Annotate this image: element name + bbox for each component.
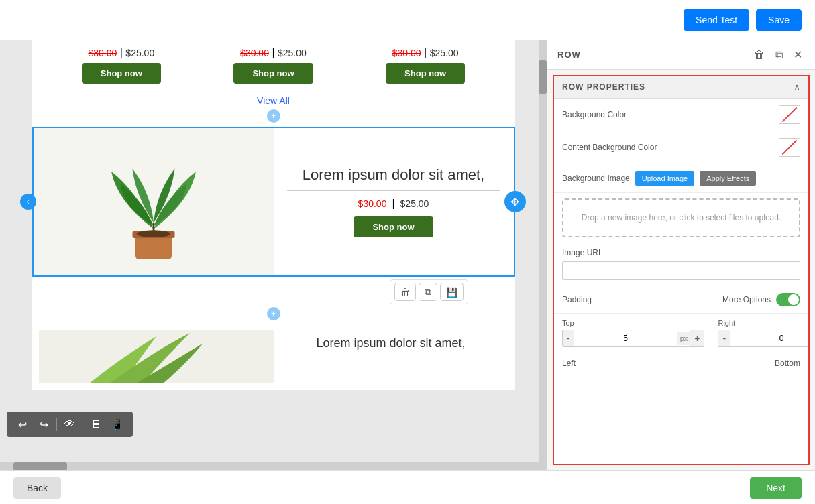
content-bg-color-label: Content Background Color (562, 143, 657, 152)
featured-shop-button[interactable]: Shop now (354, 216, 433, 237)
canvas-area: $30.00 | $25.00 Shop now $30.00 | $25.00 (0, 40, 547, 470)
move-icon: ✥ (510, 196, 519, 208)
panel-close-button[interactable]: ✕ (791, 47, 805, 62)
toolbar-divider-1 (56, 418, 57, 431)
panel-delete-button[interactable]: 🗑 (751, 47, 767, 62)
next-row-image (39, 330, 274, 383)
send-test-button[interactable]: Send Test (684, 9, 749, 31)
featured-price-separator: | (392, 198, 394, 210)
properties-section-title: ROW PROPERTIES (562, 82, 645, 92)
canvas-scrollbar[interactable] (539, 40, 547, 470)
product-2-price: $30.00 | $25.00 (240, 47, 307, 59)
no-color-indicator (782, 107, 798, 123)
padding-right-value[interactable] (730, 331, 810, 346)
add-row-button-top[interactable]: + (267, 109, 280, 123)
product-3-shop-button[interactable]: Shop now (386, 63, 465, 84)
content-background-color-row: Content Background Color (554, 131, 808, 164)
product-item-2: $30.00 | $25.00 Shop now (233, 47, 313, 84)
row-properties-panel: ROW PROPERTIES ∧ Background Color Conten… (553, 75, 810, 465)
collapse-icon: ∧ (794, 82, 800, 92)
preview-button[interactable]: 👁 (61, 416, 78, 433)
image-url-section: Image URL (554, 243, 808, 286)
padding-left-bottom-row: Left Bottom (554, 353, 808, 373)
view-all-link[interactable]: View All (257, 95, 290, 106)
content-bg-color-picker[interactable] (779, 138, 800, 157)
featured-price-row: $30.00 | $25.00 (358, 198, 429, 210)
duplicate-icon: ⧉ (425, 286, 431, 297)
desktop-view-button[interactable]: 🖥 (87, 416, 105, 433)
padding-right-group: Right - px + (718, 319, 810, 347)
padding-top-value[interactable] (574, 331, 677, 346)
canvas-hscrollbar[interactable] (0, 462, 539, 470)
redo-button[interactable]: ↪ (35, 416, 52, 433)
product-2-price-new: $25.00 (278, 48, 307, 58)
save-button[interactable]: Save (756, 9, 802, 31)
row-left-arrow[interactable]: ‹ (20, 194, 36, 210)
canvas-hscrollbar-thumb (13, 462, 67, 470)
add-row-button-bottom[interactable]: + (267, 307, 280, 320)
product-1-price-new: $25.00 (125, 48, 154, 58)
panel-copy-button[interactable]: ⧉ (773, 47, 785, 62)
featured-title: Lorem ipsum dolor sit amet, (303, 166, 484, 184)
undo-button[interactable]: ↩ (13, 416, 31, 433)
upload-image-button[interactable]: Upload Image (635, 171, 695, 186)
image-url-input[interactable] (562, 261, 800, 280)
panel-title: ROW (557, 50, 581, 60)
canvas-inner: $30.00 | $25.00 Shop now $30.00 | $25.00 (0, 40, 547, 470)
next-content-row: Lorem ipsum dolor sit amet, (32, 323, 515, 390)
row-move-handle[interactable]: ✥ (504, 191, 526, 212)
next-row-plant (39, 330, 274, 383)
padding-right-label: Right (718, 319, 810, 327)
product-2-shop-button[interactable]: Shop now (233, 63, 313, 84)
add-row-indicator: + (32, 107, 515, 125)
delete-icon: 🗑 (400, 287, 410, 298)
product-1-shop-button[interactable]: Shop now (82, 63, 161, 84)
svg-rect-0 (135, 235, 172, 259)
image-drop-zone[interactable]: Drop a new image here, or click to selec… (562, 198, 800, 237)
selected-featured-row[interactable]: Lorem ipsum dolor sit amet, $30.00 | $25… (32, 127, 515, 277)
apply-effects-button[interactable]: Apply Effects (700, 171, 756, 186)
canvas-scrollbar-thumb (539, 60, 547, 94)
panel-copy-icon: ⧉ (775, 49, 783, 60)
product-3-price-separator: | (424, 47, 430, 58)
featured-price-new: $25.00 (400, 198, 429, 209)
save-row-icon: 💾 (446, 287, 457, 298)
product-3-price-original: $30.00 (392, 48, 421, 58)
row-actions-area: 🗑 ⧉ 💾 (32, 277, 515, 304)
row-delete-button[interactable]: 🗑 (394, 283, 416, 301)
row-save-button[interactable]: 💾 (440, 283, 464, 301)
panel-delete-icon: 🗑 (754, 49, 765, 60)
panel-close-icon: ✕ (794, 49, 802, 60)
padding-right-input-row: - px + (718, 330, 810, 347)
row-action-popup: 🗑 ⧉ 💾 (390, 279, 468, 304)
more-options-toggle[interactable] (776, 293, 800, 306)
mobile-icon: 📱 (111, 418, 124, 431)
product-3-price-new: $25.00 (430, 48, 459, 58)
padding-label: Padding (562, 295, 592, 304)
add-row-bottom: + (32, 304, 515, 323)
collapse-section-button[interactable]: ∧ (794, 82, 800, 92)
padding-top-plus-button[interactable]: + (690, 330, 704, 346)
panel-header: ROW 🗑 ⧉ ✕ (547, 40, 815, 70)
back-button[interactable]: Back (13, 477, 61, 499)
next-button[interactable]: Next (750, 477, 802, 499)
left-arrow-icon: ‹ (27, 197, 30, 206)
row-duplicate-button[interactable]: ⧉ (419, 283, 437, 301)
background-image-label: Background Image (562, 174, 630, 183)
properties-section-header: ROW PROPERTIES ∧ (554, 76, 808, 99)
padding-top-label: Top (562, 319, 704, 327)
background-color-picker[interactable] (779, 105, 800, 124)
more-options-group: More Options (722, 293, 800, 306)
background-color-label: Background Color (562, 110, 627, 119)
mobile-view-button[interactable]: 📱 (109, 416, 126, 433)
featured-price-original: $30.00 (358, 198, 387, 209)
padding-top-right-inputs: Top - px + Right - (554, 314, 808, 353)
padding-top-minus-button[interactable]: - (563, 330, 574, 346)
product-2-price-separator: | (272, 47, 278, 58)
product-3-price: $30.00 | $25.00 (392, 47, 459, 59)
product-row-3col: $30.00 | $25.00 Shop now $30.00 | $25.00 (32, 40, 515, 90)
padding-left-label: Left (562, 359, 576, 368)
content-divider (287, 190, 500, 191)
padding-right-minus-button[interactable]: - (718, 330, 730, 346)
redo-icon: ↪ (40, 418, 48, 431)
